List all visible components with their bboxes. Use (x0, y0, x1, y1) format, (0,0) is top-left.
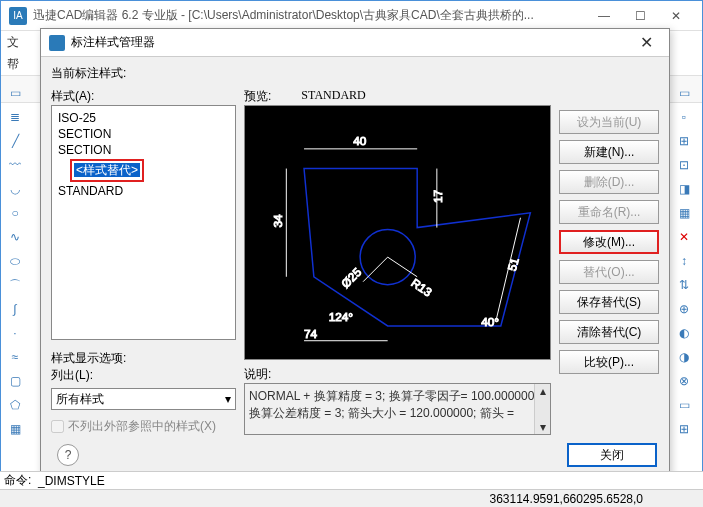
tool-curve-icon[interactable]: ⌒ (2, 274, 28, 296)
tool-circle-icon[interactable]: ○ (2, 202, 28, 224)
tool-polyline-icon[interactable]: 〰 (2, 154, 28, 176)
close-button[interactable]: 关闭 (567, 443, 657, 467)
rtool-select-icon[interactable]: ▭ (671, 82, 697, 104)
description-text: NORMAL + 换算精度 = 3; 换算子零因子= 100.000000; 换… (249, 389, 538, 420)
menu-file[interactable]: 文 (7, 34, 19, 51)
tree-item[interactable]: STANDARD (56, 183, 231, 199)
tree-item[interactable]: SECTION (56, 142, 231, 158)
list-combo[interactable]: 所有样式 ▾ (51, 388, 236, 410)
left-toolbar: ▭ ≣ ╱ 〰 ◡ ○ ∿ ⬭ ⌒ ∫ · ≈ ▢ ⬠ ▦ (2, 82, 32, 440)
tree-item[interactable]: ISO-25 (56, 110, 231, 126)
rtool-5-icon[interactable]: ▦ (671, 202, 697, 224)
style-tree[interactable]: ISO-25 SECTION SECTION <样式替代> STANDARD (51, 105, 236, 340)
dialog-icon (49, 35, 65, 51)
tool-rect-icon[interactable]: ▢ (2, 370, 28, 392)
rtool-10-icon[interactable]: ◑ (671, 346, 697, 368)
window-title: 迅捷CAD编辑器 6.2 专业版 - [C:\Users\Administrat… (33, 7, 586, 24)
menu-help[interactable]: 帮 (7, 56, 19, 73)
save-override-button[interactable]: 保存替代(S) (559, 290, 659, 314)
modify-button[interactable]: 修改(M)... (559, 230, 659, 254)
tree-item[interactable]: SECTION (56, 126, 231, 142)
list-label: 列出(L): (51, 367, 236, 384)
compare-button[interactable]: 比较(P)... (559, 350, 659, 374)
preview-canvas: 40 17 34 Ø25 R13 51 124° 40° 74 (244, 105, 551, 360)
status-coords: 363114.9591,660295.6528,0 (490, 492, 644, 506)
svg-line-7 (363, 257, 388, 282)
desc-scrollbar[interactable]: ▴▾ (534, 384, 550, 434)
display-options-label: 样式显示选项: (51, 350, 236, 367)
right-toolbar: ▭ ▫ ⊞ ⊡ ◨ ▦ ✕ ↕ ⇅ ⊕ ◐ ◑ ⊗ ▭ ⊞ (671, 82, 701, 440)
cmd-label: 命令: (4, 472, 31, 489)
clear-override-button[interactable]: 清除替代(C) (559, 320, 659, 344)
rtool-11-icon[interactable]: ⊗ (671, 370, 697, 392)
dialog-close-icon[interactable]: ✕ (631, 33, 661, 52)
svg-text:40°: 40° (481, 315, 499, 329)
svg-text:74: 74 (304, 327, 318, 341)
rtool-8-icon[interactable]: ⊕ (671, 298, 697, 320)
dimstyle-dialog: 标注样式管理器 ✕ 当前标注样式: 样式(A): ISO-25 SECTION … (40, 28, 670, 478)
rtool-4-icon[interactable]: ◨ (671, 178, 697, 200)
tool-layers-icon[interactable]: ≣ (2, 106, 28, 128)
current-style-label: 当前标注样式: (51, 65, 659, 82)
delete-button[interactable]: 删除(D)... (559, 170, 659, 194)
chevron-down-icon: ▾ (225, 392, 231, 406)
maximize-button[interactable]: ☐ (622, 2, 658, 30)
tool-hatch-icon[interactable]: ▦ (2, 418, 28, 440)
styles-label: 样式(A): (51, 88, 236, 105)
set-current-button[interactable]: 设为当前(U) (559, 110, 659, 134)
command-line[interactable]: 命令: _DIMSTYLE (0, 471, 703, 489)
svg-text:R13: R13 (409, 276, 435, 300)
titlebar: IA 迅捷CAD编辑器 6.2 专业版 - [C:\Users\Administ… (1, 1, 702, 31)
rtool-3-icon[interactable]: ⊡ (671, 154, 697, 176)
description-box: NORMAL + 换算精度 = 3; 换算子零因子= 100.000000; 换… (244, 383, 551, 435)
rtool-6-icon[interactable]: ↕ (671, 250, 697, 272)
app-icon: IA (9, 7, 27, 25)
preview-label: 预览: (244, 88, 271, 105)
preview-svg: 40 17 34 Ø25 R13 51 124° 40° 74 (245, 106, 550, 359)
rtool-7-icon[interactable]: ⇅ (671, 274, 697, 296)
override-button[interactable]: 替代(O)... (559, 260, 659, 284)
tool-arc-icon[interactable]: ◡ (2, 178, 28, 200)
svg-text:34: 34 (271, 214, 285, 228)
new-button[interactable]: 新建(N)... (559, 140, 659, 164)
tool-point-icon[interactable]: · (2, 322, 28, 344)
dialog-titlebar: 标注样式管理器 ✕ (41, 29, 669, 57)
preview-name: STANDARD (301, 88, 365, 105)
tool-line-icon[interactable]: ╱ (2, 130, 28, 152)
minimize-button[interactable]: — (586, 2, 622, 30)
rtool-12-icon[interactable]: ▭ (671, 394, 697, 416)
rtool-1-icon[interactable]: ▫ (671, 106, 697, 128)
svg-text:124°: 124° (329, 310, 354, 324)
description-label: 说明: (244, 366, 551, 383)
close-window-button[interactable]: ✕ (658, 2, 694, 30)
tree-item-selected[interactable]: <样式替代> (56, 158, 231, 183)
help-icon[interactable]: ? (57, 444, 79, 466)
ext-ref-checkbox[interactable]: 不列出外部参照中的样式(X) (51, 418, 236, 435)
rtool-9-icon[interactable]: ◐ (671, 322, 697, 344)
list-value: 所有样式 (56, 391, 104, 408)
rename-button[interactable]: 重命名(R)... (559, 200, 659, 224)
status-bar: 363114.9591,660295.6528,0 (0, 489, 703, 507)
rtool-13-icon[interactable]: ⊞ (671, 418, 697, 440)
tool-poly-icon[interactable]: ⬠ (2, 394, 28, 416)
svg-text:51: 51 (505, 256, 522, 272)
rtool-delete-icon[interactable]: ✕ (671, 226, 697, 248)
dialog-title: 标注样式管理器 (71, 34, 631, 51)
ext-ref-chk-input[interactable] (51, 420, 64, 433)
rtool-2-icon[interactable]: ⊞ (671, 130, 697, 152)
svg-text:17: 17 (431, 190, 445, 203)
svg-text:Ø25: Ø25 (338, 265, 364, 291)
tool-bezier-icon[interactable]: ∫ (2, 298, 28, 320)
ext-ref-label: 不列出外部参照中的样式(X) (68, 418, 216, 435)
tool-spline-icon[interactable]: ∿ (2, 226, 28, 248)
tool-ellipse-icon[interactable]: ⬭ (2, 250, 28, 272)
tool-wave-icon[interactable]: ≈ (2, 346, 28, 368)
cmd-value: _DIMSTYLE (38, 474, 105, 488)
svg-text:40: 40 (353, 134, 367, 148)
tool-new-icon[interactable]: ▭ (2, 82, 28, 104)
